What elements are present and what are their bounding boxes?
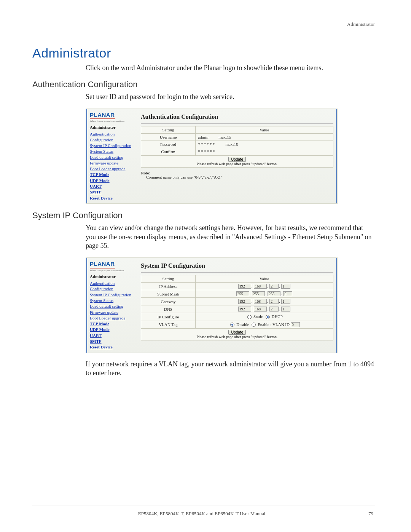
auth-password-label: Password xyxy=(141,141,196,148)
auth-password-max: max:15 xyxy=(226,142,238,147)
vlan-enable: Enable xyxy=(258,322,269,327)
dns-o2[interactable]: 168 xyxy=(254,307,267,312)
auth-table: Setting Value Username admin max:15 Pass… xyxy=(141,126,333,168)
dns-o1[interactable]: 192 xyxy=(238,307,251,312)
ip-desc: You can view and/or change the network s… xyxy=(86,224,375,251)
ip-o4[interactable]: 1 xyxy=(281,284,290,289)
ip-o3[interactable]: 2 xyxy=(269,284,279,289)
dns-o3[interactable]: 2 xyxy=(269,307,279,312)
ip-addr-label: IP Address xyxy=(141,283,196,290)
planar-tagline: When image experience matters. xyxy=(90,120,135,123)
ip-refresh-note: Please refresh web page after press "upd… xyxy=(196,335,277,339)
ip-pane: System IP Configuration Setting Value IP… xyxy=(137,258,337,352)
footer-manual: EP5804K, EP5804K-T, EP6504K and EP6504K-… xyxy=(138,511,266,517)
sidebar2-item-bootloader[interactable]: Boot Loader upgrade xyxy=(90,315,135,321)
ip-screenshot: PLANAR When image experience matters. Ad… xyxy=(86,257,338,353)
sidebar-item-uart[interactable]: UART xyxy=(90,184,135,189)
sidebar-item-bootloader[interactable]: Boot Loader upgrade xyxy=(90,166,135,171)
sidebar2-item-udp[interactable]: UDP Mode xyxy=(90,327,135,332)
top-rule xyxy=(32,30,375,30)
ip-table: Setting Value IP Address 192. 168. 2. 1 … xyxy=(141,275,333,340)
vlan-id-input[interactable]: 0 xyxy=(291,322,300,327)
gw-o1[interactable]: 192 xyxy=(238,299,251,304)
ip-addr-value: 192. 168. 2. 1 xyxy=(196,283,333,290)
auth-desc: Set user ID and password for login to th… xyxy=(86,93,375,102)
ipcfg-label: IP Configure xyxy=(141,313,196,321)
ip-o1[interactable]: 192 xyxy=(238,284,251,289)
auth-confirm-label: Confirm xyxy=(141,148,196,156)
sidebar2-item-firmware[interactable]: Firmware update xyxy=(90,310,135,315)
ip-col-value: Value xyxy=(196,275,333,283)
vlan-id-label: : VLAN ID xyxy=(270,322,290,327)
ip-o2[interactable]: 168 xyxy=(254,284,267,289)
gw-label: Gateway xyxy=(141,298,196,305)
sidebar2-item-status[interactable]: System Status xyxy=(90,298,135,303)
ip-heading: System IP Configuration xyxy=(32,211,375,220)
sidebar2-item-tcp[interactable]: TCP Mode xyxy=(90,321,135,326)
sidebar2-item-loaddefault[interactable]: Load default setting xyxy=(90,304,135,309)
auth-screenshot: PLANAR When image experience matters. Ad… xyxy=(86,109,338,204)
mask-label: Subnet Mask xyxy=(141,290,196,298)
radio-vlan-disable[interactable] xyxy=(230,323,234,327)
mask-value: 255. 255. 255. 0 xyxy=(196,290,333,298)
sidebar-item-udp[interactable]: UDP Mode xyxy=(90,178,135,183)
auth-update-button[interactable]: Update xyxy=(228,157,246,162)
vlan-label: VLAN Tag xyxy=(141,321,196,328)
ip-update-button[interactable]: Update xyxy=(228,330,246,335)
sidebar2-item-reset[interactable]: Reset Device xyxy=(90,344,135,350)
sidebar-item-firmware[interactable]: Firmware update xyxy=(90,160,135,166)
auth-note-head: Note: xyxy=(141,171,333,175)
ip-post-text: If your network requires a VLAN tag, you… xyxy=(86,360,375,378)
vlan-value: Disable Enable : VLAN ID 0 xyxy=(196,321,333,328)
gw-o3[interactable]: 2 xyxy=(269,299,279,304)
gw-o2[interactable]: 168 xyxy=(254,299,267,304)
mask-o1[interactable]: 255 xyxy=(236,291,249,296)
sidebar2-item-sysip[interactable]: System IP Configuration xyxy=(90,292,135,297)
ipcfg-dhcp: DHCP xyxy=(271,314,282,319)
sidebar-item-auth[interactable]: Authentication Configuration xyxy=(90,131,135,142)
sidebar-item-smtp[interactable]: SMTP xyxy=(90,189,135,195)
auth-password-value[interactable]: ****** xyxy=(198,142,215,147)
dns-o4[interactable]: 1 xyxy=(281,307,290,312)
ip-pane-title: System IP Configuration xyxy=(141,262,333,273)
vlan-disable: Disable xyxy=(236,322,249,327)
radio-static[interactable] xyxy=(247,315,252,319)
mask-o4[interactable]: 0 xyxy=(283,291,292,296)
dns-label: DNS xyxy=(141,305,196,313)
ip-sidebar: PLANAR When image experience matters. Ad… xyxy=(86,258,137,352)
auth-confirm-value[interactable]: ****** xyxy=(198,149,215,154)
sidebar-item-sysip[interactable]: System IP Configuration xyxy=(90,143,135,148)
ipcfg-value: Static DHCP xyxy=(196,313,333,321)
gw-o4[interactable]: 1 xyxy=(281,299,290,304)
sidebar2-item-smtp[interactable]: SMTP xyxy=(90,339,135,344)
page-footer: . EP5804K, EP5804K-T, EP6504K and EP6504… xyxy=(32,505,375,517)
ip-col-setting: Setting xyxy=(141,275,196,283)
dns-value: 192. 168. 2. 1 xyxy=(196,305,333,313)
radio-vlan-enable[interactable] xyxy=(252,323,256,327)
sidebar-head: Administrator xyxy=(90,125,135,130)
auth-pane-title: Authentication Configuration xyxy=(141,113,333,124)
sidebar-item-status[interactable]: System Status xyxy=(90,149,135,154)
sidebar-head-2: Administrator xyxy=(90,274,135,279)
sidebar-item-reset[interactable]: Reset Device xyxy=(90,195,135,201)
auth-heading: Authentication Configuration xyxy=(32,80,375,89)
sidebar-item-loaddefault[interactable]: Load default setting xyxy=(90,155,135,160)
mask-o2[interactable]: 255 xyxy=(252,291,265,296)
planar-tagline-2: When image experience matters. xyxy=(90,269,135,272)
gw-value: 192. 168. 2. 1 xyxy=(196,298,333,305)
auth-pane: Authentication Configuration Setting Val… xyxy=(137,109,337,203)
sidebar2-item-uart[interactable]: UART xyxy=(90,333,135,338)
sidebar2-item-auth[interactable]: Authentication Configuration xyxy=(90,281,135,292)
auth-username-value[interactable]: admin xyxy=(198,135,209,139)
intro-text: Click on the word Administrator under th… xyxy=(86,64,375,73)
mask-o3[interactable]: 255 xyxy=(268,291,280,296)
ipcfg-static: Static xyxy=(253,314,263,319)
sidebar-item-tcp[interactable]: TCP Mode xyxy=(90,172,135,177)
auth-col-value: Value xyxy=(196,126,333,133)
auth-username-max: max:15 xyxy=(218,135,231,139)
page-title: Administrator xyxy=(32,46,375,61)
auth-sidebar: PLANAR When image experience matters. Ad… xyxy=(86,109,137,203)
radio-dhcp[interactable] xyxy=(266,315,270,319)
auth-col-setting: Setting xyxy=(141,126,196,133)
planar-logo: PLANAR xyxy=(90,111,115,120)
